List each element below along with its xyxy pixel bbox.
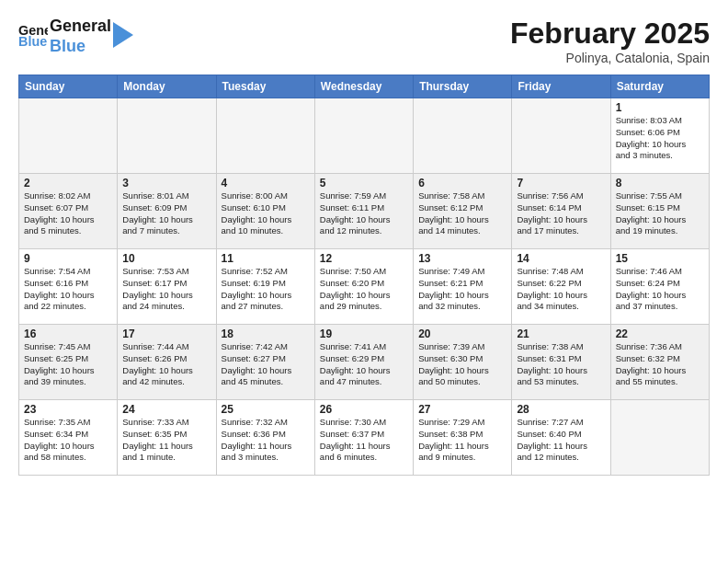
calendar-cell: 12Sunrise: 7:50 AM Sunset: 6:20 PM Dayli…: [314, 249, 413, 325]
calendar-cell: 19Sunrise: 7:41 AM Sunset: 6:29 PM Dayli…: [314, 325, 413, 400]
day-number: 9: [24, 252, 112, 265]
calendar-header-friday: Friday: [512, 75, 610, 98]
day-number: 18: [222, 327, 310, 340]
day-info: Sunrise: 7:32 AM Sunset: 6:36 PM Dayligh…: [222, 417, 310, 464]
day-number: 2: [24, 177, 112, 190]
calendar-cell: [314, 98, 413, 174]
day-number: 20: [418, 327, 506, 340]
day-number: 10: [122, 252, 210, 265]
day-info: Sunrise: 8:02 AM Sunset: 6:07 PM Dayligh…: [24, 190, 112, 237]
calendar-week-row: 9Sunrise: 7:54 AM Sunset: 6:16 PM Daylig…: [19, 249, 710, 325]
day-info: Sunrise: 7:48 AM Sunset: 6:22 PM Dayligh…: [517, 266, 605, 313]
calendar-cell: 10Sunrise: 7:53 AM Sunset: 6:17 PM Dayli…: [118, 249, 216, 325]
day-number: 1: [616, 101, 704, 114]
calendar-header-saturday: Saturday: [610, 75, 709, 98]
day-info: Sunrise: 7:49 AM Sunset: 6:21 PM Dayligh…: [418, 266, 506, 313]
calendar-cell: 9Sunrise: 7:54 AM Sunset: 6:16 PM Daylig…: [19, 249, 118, 325]
day-info: Sunrise: 7:38 AM Sunset: 6:31 PM Dayligh…: [517, 341, 605, 388]
day-info: Sunrise: 7:42 AM Sunset: 6:27 PM Dayligh…: [222, 341, 310, 388]
day-info: Sunrise: 8:00 AM Sunset: 6:10 PM Dayligh…: [222, 190, 310, 237]
calendar-cell: 16Sunrise: 7:45 AM Sunset: 6:25 PM Dayli…: [19, 325, 118, 400]
calendar-cell: 15Sunrise: 7:46 AM Sunset: 6:24 PM Dayli…: [610, 249, 709, 325]
day-number: 11: [222, 252, 310, 265]
logo-icon: General Blue: [18, 22, 48, 52]
calendar-cell: 1Sunrise: 8:03 AM Sunset: 6:06 PM Daylig…: [610, 98, 709, 174]
calendar-cell: 3Sunrise: 8:01 AM Sunset: 6:09 PM Daylig…: [118, 174, 216, 249]
day-info: Sunrise: 7:30 AM Sunset: 6:37 PM Dayligh…: [320, 417, 408, 464]
logo-blue: Blue: [50, 37, 111, 57]
calendar-cell: 26Sunrise: 7:30 AM Sunset: 6:37 PM Dayli…: [314, 400, 413, 476]
title-block: February 2025 Polinya, Catalonia, Spain: [510, 17, 710, 65]
calendar-header-thursday: Thursday: [414, 75, 512, 98]
calendar-cell: 7Sunrise: 7:56 AM Sunset: 6:14 PM Daylig…: [512, 174, 610, 249]
page-container: General Blue General Blue February 2025 …: [0, 0, 728, 485]
calendar-cell: 27Sunrise: 7:29 AM Sunset: 6:38 PM Dayli…: [414, 400, 512, 476]
calendar-cell: [216, 98, 314, 174]
logo-arrow-icon: [113, 22, 133, 48]
day-info: Sunrise: 7:27 AM Sunset: 6:40 PM Dayligh…: [517, 417, 605, 464]
calendar-cell: [512, 98, 610, 174]
calendar-cell: [19, 98, 118, 174]
day-info: Sunrise: 7:44 AM Sunset: 6:26 PM Dayligh…: [122, 341, 210, 388]
month-title: February 2025: [510, 17, 710, 51]
day-info: Sunrise: 7:29 AM Sunset: 6:38 PM Dayligh…: [418, 417, 506, 464]
day-number: 23: [24, 403, 112, 416]
day-number: 27: [418, 403, 506, 416]
calendar-cell: [118, 98, 216, 174]
calendar-cell: 23Sunrise: 7:35 AM Sunset: 6:34 PM Dayli…: [19, 400, 118, 476]
day-info: Sunrise: 7:55 AM Sunset: 6:15 PM Dayligh…: [616, 190, 704, 237]
calendar-cell: 25Sunrise: 7:32 AM Sunset: 6:36 PM Dayli…: [216, 400, 314, 476]
day-number: 21: [517, 327, 605, 340]
day-info: Sunrise: 7:35 AM Sunset: 6:34 PM Dayligh…: [24, 417, 112, 464]
day-info: Sunrise: 7:58 AM Sunset: 6:12 PM Dayligh…: [418, 190, 506, 237]
calendar-header-sunday: Sunday: [19, 75, 118, 98]
calendar-cell: 13Sunrise: 7:49 AM Sunset: 6:21 PM Dayli…: [414, 249, 512, 325]
logo: General Blue General Blue: [18, 17, 133, 56]
calendar-cell: 22Sunrise: 7:36 AM Sunset: 6:32 PM Dayli…: [610, 325, 709, 400]
header: General Blue General Blue February 2025 …: [18, 17, 710, 65]
day-number: 7: [517, 177, 605, 190]
day-info: Sunrise: 7:56 AM Sunset: 6:14 PM Dayligh…: [517, 190, 605, 237]
calendar-cell: [610, 400, 709, 476]
day-info: Sunrise: 7:59 AM Sunset: 6:11 PM Dayligh…: [320, 190, 408, 237]
day-info: Sunrise: 8:01 AM Sunset: 6:09 PM Dayligh…: [122, 190, 210, 237]
day-info: Sunrise: 7:54 AM Sunset: 6:16 PM Dayligh…: [24, 266, 112, 313]
calendar-cell: 20Sunrise: 7:39 AM Sunset: 6:30 PM Dayli…: [414, 325, 512, 400]
calendar-cell: 14Sunrise: 7:48 AM Sunset: 6:22 PM Dayli…: [512, 249, 610, 325]
calendar-cell: 8Sunrise: 7:55 AM Sunset: 6:15 PM Daylig…: [610, 174, 709, 249]
day-number: 15: [616, 252, 704, 265]
day-info: Sunrise: 7:33 AM Sunset: 6:35 PM Dayligh…: [122, 417, 210, 464]
day-info: Sunrise: 7:53 AM Sunset: 6:17 PM Dayligh…: [122, 266, 210, 313]
calendar-cell: 21Sunrise: 7:38 AM Sunset: 6:31 PM Dayli…: [512, 325, 610, 400]
calendar-cell: [414, 98, 512, 174]
day-number: 17: [122, 327, 210, 340]
day-info: Sunrise: 8:03 AM Sunset: 6:06 PM Dayligh…: [616, 115, 704, 162]
location: Polinya, Catalonia, Spain: [510, 51, 710, 65]
day-info: Sunrise: 7:52 AM Sunset: 6:19 PM Dayligh…: [222, 266, 310, 313]
day-info: Sunrise: 7:45 AM Sunset: 6:25 PM Dayligh…: [24, 341, 112, 388]
day-number: 5: [320, 177, 408, 190]
day-number: 3: [122, 177, 210, 190]
calendar-week-row: 2Sunrise: 8:02 AM Sunset: 6:07 PM Daylig…: [19, 174, 710, 249]
svg-text:Blue: Blue: [18, 34, 47, 49]
logo-general: General: [50, 17, 111, 37]
day-info: Sunrise: 7:50 AM Sunset: 6:20 PM Dayligh…: [320, 266, 408, 313]
calendar-week-row: 23Sunrise: 7:35 AM Sunset: 6:34 PM Dayli…: [19, 400, 710, 476]
day-info: Sunrise: 7:41 AM Sunset: 6:29 PM Dayligh…: [320, 341, 408, 388]
calendar-header-row: SundayMondayTuesdayWednesdayThursdayFrid…: [19, 75, 710, 98]
calendar-cell: 5Sunrise: 7:59 AM Sunset: 6:11 PM Daylig…: [314, 174, 413, 249]
calendar-week-row: 16Sunrise: 7:45 AM Sunset: 6:25 PM Dayli…: [19, 325, 710, 400]
calendar-cell: 18Sunrise: 7:42 AM Sunset: 6:27 PM Dayli…: [216, 325, 314, 400]
calendar-header-wednesday: Wednesday: [314, 75, 413, 98]
day-number: 26: [320, 403, 408, 416]
calendar-cell: 17Sunrise: 7:44 AM Sunset: 6:26 PM Dayli…: [118, 325, 216, 400]
calendar-cell: 4Sunrise: 8:00 AM Sunset: 6:10 PM Daylig…: [216, 174, 314, 249]
day-number: 6: [418, 177, 506, 190]
calendar-cell: 28Sunrise: 7:27 AM Sunset: 6:40 PM Dayli…: [512, 400, 610, 476]
day-number: 28: [517, 403, 605, 416]
day-info: Sunrise: 7:36 AM Sunset: 6:32 PM Dayligh…: [616, 341, 704, 388]
calendar-cell: 2Sunrise: 8:02 AM Sunset: 6:07 PM Daylig…: [19, 174, 118, 249]
day-number: 22: [616, 327, 704, 340]
calendar-cell: 24Sunrise: 7:33 AM Sunset: 6:35 PM Dayli…: [118, 400, 216, 476]
day-number: 14: [517, 252, 605, 265]
